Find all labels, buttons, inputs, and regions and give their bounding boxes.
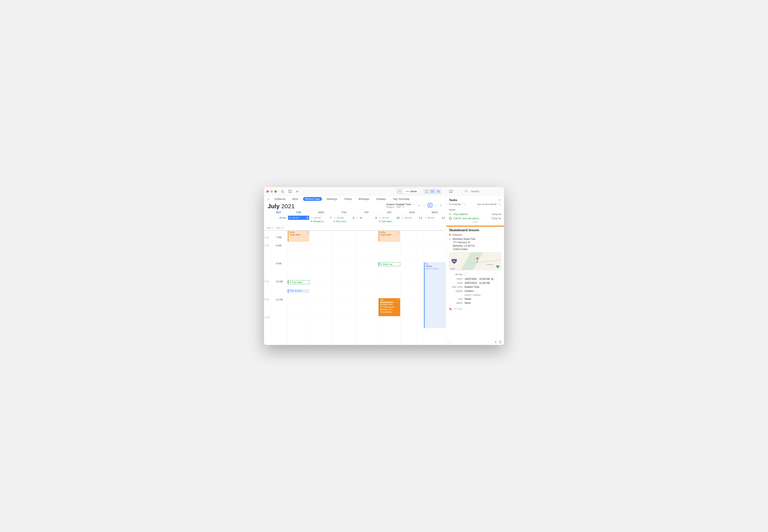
allday-fri[interactable]: ⛅︎9 (355, 215, 378, 225)
today-button[interactable]: 6 (428, 203, 432, 208)
svg-point-2 (425, 190, 426, 191)
minimize-button[interactable] (270, 190, 273, 193)
event-pickup-tue[interactable]: Pick up stat… (288, 289, 309, 293)
col-sun[interactable] (401, 231, 423, 345)
task-group-label: Home (449, 207, 501, 212)
drag-handle[interactable] (472, 222, 478, 223)
event-wash-car[interactable]: ↻ Wash car (379, 262, 400, 266)
event-pay-salaries-tue[interactable]: ↻ Pay salari… (288, 280, 309, 284)
sidebar-toggle-icon[interactable] (287, 189, 293, 194)
close-button[interactable] (267, 190, 269, 193)
col-fri[interactable] (355, 231, 378, 345)
add-task-button[interactable]: ＋ (498, 198, 501, 202)
date-cell-tue[interactable]: ☀︎ 39°/32° 6 (288, 216, 309, 220)
starts-field[interactable]: 10/07/2021 10:00 AM▦ (465, 277, 501, 280)
filter-birthdays[interactable]: Birthdays (357, 197, 371, 201)
repeat-end-field[interactable]: Never (465, 298, 501, 300)
event-yoga-sat[interactable]: ↻ 6:30a Yoga class (379, 231, 400, 242)
time-grid[interactable]: 6 AM 7 AM 8 AM 9 AM 10 AM 7 AM 8 AM 9 AM… (264, 231, 446, 345)
range-segmented[interactable]: Week (396, 188, 420, 194)
allday-sun[interactable]: ⛅︎40°/31°11 (401, 215, 423, 225)
allday-task-pay[interactable]: ↻ Pay coun… (333, 220, 355, 223)
detail-map[interactable]: 580 ● Gilman St 123 Legal (449, 252, 501, 270)
filter-without-tags[interactable]: Without Tags (303, 197, 322, 201)
event-offsite[interactable]: 8a Offsite Need to stop… (424, 262, 446, 328)
search-input[interactable] (471, 190, 499, 193)
allday-wed[interactable]: ☀︎39°/31°7 ↻ Renew m… (310, 215, 332, 225)
view-small-icon[interactable] (424, 189, 429, 194)
route-shield-icon: 123 (496, 265, 500, 269)
weather-icon: ☀︎ (289, 216, 291, 219)
allday-task-renew[interactable]: ↻ Renew m… (311, 220, 332, 223)
allday-thu[interactable]: ☀︎38°/30°8 ↻ Pay coun… (333, 215, 355, 225)
repeat-field[interactable]: Custom… (465, 290, 501, 292)
allday-mon[interactable]: ☀︎40°/33°12 (423, 215, 446, 225)
task-call-bt[interactable]: Call BT and ask about… Today 5p (449, 216, 501, 220)
col-wed[interactable] (310, 231, 332, 345)
add-button[interactable]: ＋ (294, 189, 300, 194)
col-mon[interactable]: 8a Offsite Need to stop… (423, 231, 446, 345)
day-head-sat[interactable]: SAT (378, 211, 401, 215)
ends-field[interactable]: 10/07/2021 11:00 AM (465, 282, 501, 284)
event-skate-lesson[interactable]: ↻ 10a Skateboard… Berkeley Skat… 777 Har… (379, 298, 400, 316)
detail-title[interactable]: Skateboard lesson (449, 228, 501, 232)
tasks-sort-right[interactable]: due by Next Month ⌃⌄ (477, 203, 501, 206)
filter-family[interactable]: Family (342, 197, 354, 201)
calendar-icon[interactable]: ▦ (491, 278, 493, 280)
filter-work[interactable]: Work (290, 197, 300, 201)
svg-point-22 (465, 190, 467, 192)
allday-sat[interactable]: ⛅︎41°/31°10 ↻ Call clean… (378, 215, 401, 225)
nav-prev-far[interactable]: « (418, 203, 421, 207)
add-subitem-icon[interactable]: ⊕ (495, 341, 497, 344)
event-yoga-tue[interactable]: ↻ 6:30a Yoga class (288, 231, 309, 242)
timezone-field[interactable]: Eastern Time (465, 286, 501, 288)
svg-point-9 (432, 190, 433, 191)
view-grid-icon[interactable] (430, 189, 435, 194)
tasks-sort-left[interactable]: ⇅ Calendar ⌃⌄ (449, 203, 466, 206)
day-head-wed[interactable]: WED (310, 211, 332, 215)
event-detail: Skateboard lesson Outdoors ◎ Berkeley Sk… (446, 224, 504, 339)
right-panel: Tasks ＋ ⇅ Calendar ⌃⌄ due by Next Month … (446, 196, 504, 345)
collapse-icon[interactable]: ⌄ (449, 341, 451, 344)
filter-unfiltered[interactable]: Unfiltered (272, 197, 287, 201)
col-thu[interactable] (333, 231, 355, 345)
search-field[interactable]: ⌄ (464, 189, 501, 193)
nav-next-far[interactable]: » (439, 203, 442, 207)
day-head-thu[interactable]: THU (333, 211, 355, 215)
timezone-picker[interactable]: Eastern Daylight Time ⌄ Eastern · GMT -4 (386, 203, 414, 208)
week-number[interactable]: W27 (276, 211, 281, 214)
tags-field[interactable]: 🔖 my tags (449, 307, 501, 310)
filter-holidays[interactable]: Holidays (374, 197, 388, 201)
map-legal-link[interactable]: Legal (450, 267, 455, 269)
filter-icon[interactable]: ◎ (267, 197, 269, 200)
allday-tue[interactable]: ☀︎ 39°/32° 6 (287, 215, 310, 225)
week-segment[interactable]: Week (403, 189, 420, 194)
allday-task-call[interactable]: ↻ Call clean… (379, 220, 400, 223)
detail-location[interactable]: ◎ Berkeley Skate Park 777 Harrison St Be… (449, 237, 501, 251)
allday-checkbox[interactable] (465, 273, 467, 276)
day-head-mon[interactable]: MON (423, 211, 446, 215)
share-icon[interactable] (499, 341, 501, 344)
col-sat[interactable]: ↻ 6:30a Yoga class ↻ Wash car ↻ 10a Skat… (378, 231, 401, 345)
filter-tag-someday[interactable]: Tag: Someday (391, 197, 412, 201)
view-list-icon[interactable] (436, 189, 441, 194)
day-head-tue[interactable]: TUE (287, 211, 310, 215)
task-pay-salaries[interactable]: ↻ Pay salaries Today 9a (449, 212, 501, 216)
map-pin-icon: ● (476, 256, 479, 263)
nav-prev[interactable]: ‹ (423, 203, 425, 207)
repeat-sub: every 2 weeks (465, 294, 501, 296)
view-segmented[interactable] (423, 189, 442, 194)
col-tue[interactable]: ↻ 6:30a Yoga class ↻ Pay salari… Pick up… (287, 231, 310, 345)
zoom-button[interactable] (274, 190, 277, 193)
appearance-icon[interactable] (280, 189, 286, 194)
day-segment[interactable] (397, 189, 403, 194)
detail-calendar[interactable]: Outdoors (449, 233, 501, 236)
day-head-sun[interactable]: SUN (401, 211, 423, 215)
inspector-toggle-icon[interactable] (448, 189, 454, 194)
nav-next[interactable]: › (434, 203, 437, 207)
day-head-fri[interactable]: FRI (355, 211, 378, 215)
svg-point-10 (433, 190, 434, 191)
filter-meetings[interactable]: Meetings (325, 197, 339, 201)
alarm-field[interactable]: None (465, 302, 501, 304)
svg-point-4 (427, 190, 428, 191)
